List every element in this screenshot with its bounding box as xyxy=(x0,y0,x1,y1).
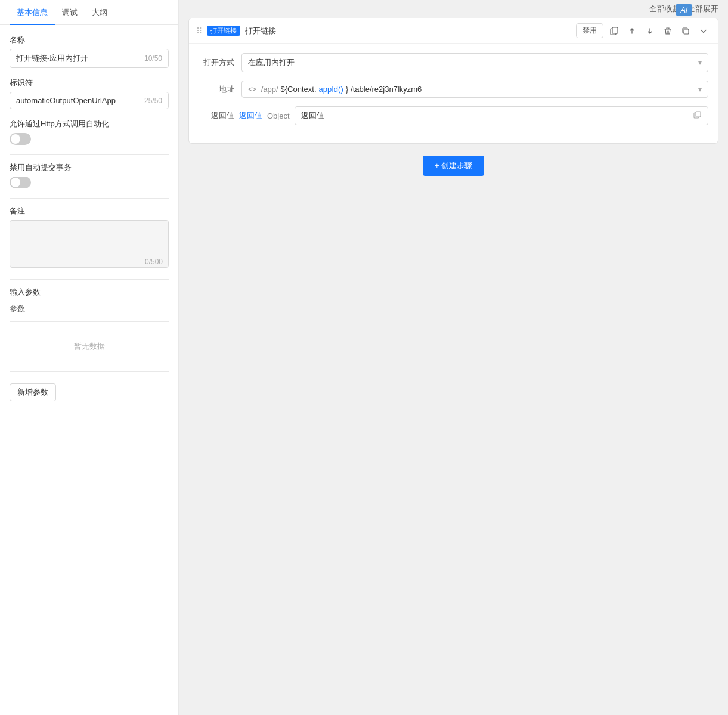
name-value: 打开链接-应用内打开 xyxy=(16,53,88,64)
step-actions: 禁用 xyxy=(576,23,711,38)
params-header: 参数 xyxy=(10,304,169,314)
move-down-icon[interactable] xyxy=(643,24,657,38)
step-card-header: ⠿ 打开链接 打开链接 禁用 xyxy=(189,18,718,44)
svg-rect-1 xyxy=(612,27,618,33)
http-label: 允许通过Http方式调用自动化 xyxy=(10,119,169,129)
http-section: 允许通过Http方式调用自动化 xyxy=(10,119,169,145)
name-count: 10/50 xyxy=(144,54,162,63)
right-top-bar: 全部收起 全部展开 xyxy=(179,0,728,18)
svg-rect-5 xyxy=(696,112,701,117)
no-submit-label: 禁用自动提交事务 xyxy=(10,162,169,173)
divider-5 xyxy=(10,371,169,372)
disable-button[interactable]: 禁用 xyxy=(576,23,603,38)
id-label: 标识符 xyxy=(10,78,169,88)
open-method-chevron-icon: ▾ xyxy=(698,58,702,67)
divider-1 xyxy=(10,154,169,155)
drag-handle-icon[interactable]: ⠿ xyxy=(196,26,202,36)
return-copy-icon[interactable] xyxy=(693,111,702,121)
code-brackets-icon: <> xyxy=(248,85,256,94)
step-title: 打开链接 xyxy=(245,26,571,36)
params-section: 输入参数 参数 暂无数据 新增参数 xyxy=(10,287,169,401)
name-section: 名称 打开链接-应用内打开 10/50 xyxy=(10,35,169,68)
step-card-body: 打开方式 在应用内打开 ▾ 地址 <> /app/ ${Context.appI… xyxy=(189,44,718,143)
delete-icon[interactable] xyxy=(661,24,675,38)
name-input[interactable]: 打开链接-应用内打开 10/50 xyxy=(10,49,169,68)
id-count: 25/50 xyxy=(144,97,162,105)
ai-badge[interactable]: Ai xyxy=(676,4,692,16)
step-card: ⠿ 打开链接 打开链接 禁用 xyxy=(188,18,718,144)
note-label: 备注 xyxy=(10,206,169,216)
address-code-field[interactable]: <> /app/ ${Context.appId()} /table/re2j3… xyxy=(241,81,708,98)
address-suffix: /table/re2j3n7lkyzm6 xyxy=(351,85,422,94)
note-textarea-wrapper: 0/500 xyxy=(10,220,169,270)
note-section: 备注 0/500 xyxy=(10,206,169,270)
left-panel: 基本信息 调试 大纲 名称 打开链接-应用内打开 10/50 标识符 autom… xyxy=(0,0,179,715)
step-tag: 打开链接 xyxy=(207,26,240,36)
create-step-button[interactable]: + 创建步骤 xyxy=(423,156,484,176)
return-input[interactable]: 返回值 xyxy=(295,106,708,125)
tab-debug[interactable]: 调试 xyxy=(55,0,85,25)
svg-rect-3 xyxy=(684,29,689,34)
divider-3 xyxy=(10,279,169,280)
open-method-value: 在应用内打开 xyxy=(248,57,295,68)
address-var-fn: appId() xyxy=(319,85,343,94)
divider-2 xyxy=(10,198,169,199)
address-label: 地址 xyxy=(199,84,234,95)
id-input[interactable]: automaticOutputOpenUrlApp 25/50 xyxy=(10,92,169,109)
id-section: 标识符 automaticOutputOpenUrlApp 25/50 xyxy=(10,78,169,109)
address-var-pre: ${Context. xyxy=(281,85,317,94)
return-tag[interactable]: 返回值 xyxy=(239,110,262,121)
empty-params: 暂无数据 xyxy=(10,329,169,364)
note-count: 0/500 xyxy=(145,258,163,266)
tab-basic-info[interactable]: 基本信息 xyxy=(10,0,55,25)
open-method-row: 打开方式 在应用内打开 ▾ xyxy=(199,53,708,72)
open-method-label: 打开方式 xyxy=(199,57,234,68)
duplicate-icon[interactable] xyxy=(679,24,693,38)
params-col: 参数 xyxy=(10,304,25,314)
divider-4 xyxy=(10,321,169,322)
add-param-button[interactable]: 新增参数 xyxy=(10,383,56,401)
tab-outline[interactable]: 大纲 xyxy=(85,0,114,25)
no-submit-section: 禁用自动提交事务 xyxy=(10,162,169,188)
name-label: 名称 xyxy=(10,35,169,45)
tab-bar: 基本信息 调试 大纲 xyxy=(0,0,178,25)
id-value: automaticOutputOpenUrlApp xyxy=(16,96,116,105)
return-value: 返回值 xyxy=(301,110,324,121)
return-type: Object xyxy=(267,112,290,120)
no-submit-toggle[interactable] xyxy=(10,177,31,188)
move-up-icon[interactable] xyxy=(625,24,639,38)
address-chevron-icon: ▾ xyxy=(698,85,702,94)
params-title: 输入参数 xyxy=(10,287,169,298)
http-toggle[interactable] xyxy=(10,133,31,145)
open-method-select[interactable]: 在应用内打开 ▾ xyxy=(241,53,708,72)
left-content: 名称 打开链接-应用内打开 10/50 标识符 automaticOutputO… xyxy=(0,25,178,715)
address-prefix: /app/ xyxy=(259,85,278,94)
right-panel: 全部收起 全部展开 ⠿ 打开链接 打开链接 禁用 xyxy=(179,0,728,715)
save-icon[interactable] xyxy=(607,24,621,38)
return-label: 返回值 xyxy=(199,110,234,121)
address-var-post: } xyxy=(346,85,348,94)
expand-icon[interactable] xyxy=(696,24,711,38)
return-row: 返回值 返回值 Object 返回值 xyxy=(199,106,708,125)
right-content: ⠿ 打开链接 打开链接 禁用 xyxy=(179,18,728,715)
address-row: 地址 <> /app/ ${Context.appId()} /table/re… xyxy=(199,81,708,98)
